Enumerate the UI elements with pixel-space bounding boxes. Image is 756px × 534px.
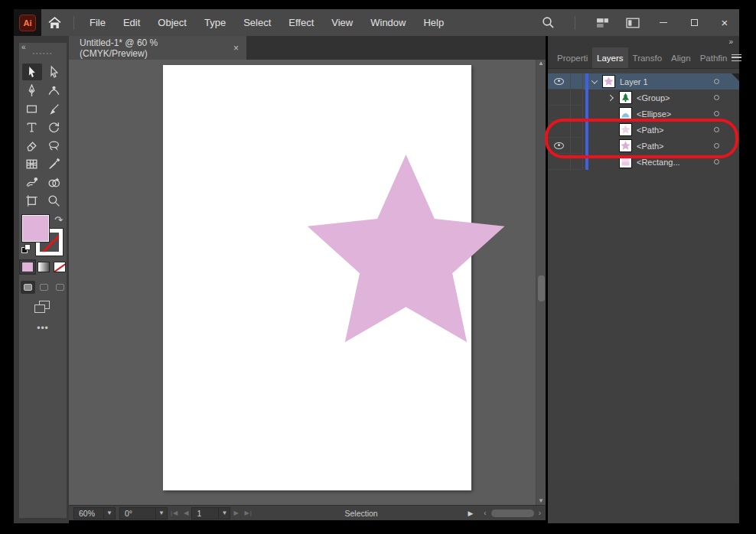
vertical-scroll-thumb[interactable] xyxy=(538,275,545,301)
star-shape[interactable] xyxy=(302,155,510,362)
layer-row[interactable]: <Ellipse> xyxy=(548,106,739,122)
document-tab-close-icon[interactable]: × xyxy=(233,43,239,54)
layer-row[interactable]: <Group> xyxy=(548,90,739,106)
collapse-toolbar-icon[interactable]: « xyxy=(21,43,26,51)
menu-effect[interactable]: Effect xyxy=(288,17,314,28)
edit-toolbar-button[interactable]: ••• xyxy=(37,323,49,334)
visibility-toggle[interactable] xyxy=(548,138,571,154)
menu-window[interactable]: Window xyxy=(370,17,406,28)
visibility-toggle[interactable] xyxy=(548,90,571,106)
lock-toggle[interactable] xyxy=(571,122,583,138)
lock-toggle[interactable] xyxy=(571,106,583,122)
layer-label[interactable]: Layer 1 xyxy=(620,77,648,86)
artboard-number[interactable]: 1 xyxy=(192,509,218,518)
paintbrush-tool[interactable] xyxy=(44,100,64,117)
zoom-tool[interactable] xyxy=(44,192,64,209)
workspace-switcher-button[interactable] xyxy=(592,14,612,32)
type-tool[interactable] xyxy=(22,119,42,135)
tab-align[interactable]: Align xyxy=(666,47,696,68)
lasso-tool[interactable] xyxy=(44,137,64,154)
fill-color-button[interactable] xyxy=(21,262,34,272)
lock-toggle[interactable] xyxy=(571,90,583,106)
layer-row[interactable]: Layer 1 xyxy=(548,73,739,90)
swap-fill-stroke-icon[interactable]: ↷ xyxy=(54,214,63,226)
next-artboard-button[interactable]: ▶ xyxy=(230,510,241,516)
eraser-tool[interactable] xyxy=(22,137,42,154)
target-circle[interactable] xyxy=(714,143,719,148)
shape-builder-tool[interactable] xyxy=(44,174,64,190)
scroll-right-icon[interactable]: › xyxy=(539,509,541,517)
menu-file[interactable]: File xyxy=(90,17,106,28)
target-circle[interactable] xyxy=(714,127,719,132)
eyedropper-tool[interactable] xyxy=(44,155,64,172)
zoom-level-value[interactable]: 60% xyxy=(74,509,103,518)
rectangle-tool[interactable] xyxy=(22,100,42,117)
lock-toggle[interactable] xyxy=(571,154,583,170)
artboard[interactable] xyxy=(163,65,471,490)
direct-selection-tool[interactable] xyxy=(44,63,64,80)
artboard-tool[interactable] xyxy=(22,192,42,209)
rotation-control[interactable]: 0° ▼ xyxy=(119,507,168,519)
layer-thumbnail[interactable] xyxy=(619,155,632,168)
pen-tool[interactable] xyxy=(22,82,42,99)
lock-toggle[interactable] xyxy=(571,73,583,90)
fill-color-swatch[interactable] xyxy=(22,215,49,242)
visibility-toggle[interactable] xyxy=(548,106,571,122)
layer-label[interactable]: <Path> xyxy=(637,142,663,151)
mesh-tool[interactable] xyxy=(22,155,42,172)
target-circle[interactable] xyxy=(714,111,719,116)
search-button[interactable] xyxy=(538,14,558,32)
maximize-button[interactable] xyxy=(684,14,704,32)
rotation-value[interactable]: 0° xyxy=(120,509,155,518)
symbol-sprayer-tool[interactable] xyxy=(22,174,42,190)
horizontal-scroll-thumb[interactable] xyxy=(491,510,534,517)
menu-object[interactable]: Object xyxy=(158,17,187,28)
visibility-toggle[interactable] xyxy=(548,154,571,170)
layer-row[interactable]: <Rectang... xyxy=(548,154,739,170)
draw-behind-button[interactable] xyxy=(37,281,51,294)
home-button[interactable] xyxy=(41,9,67,36)
draw-normal-button[interactable] xyxy=(21,281,35,294)
menu-view[interactable]: View xyxy=(331,17,353,28)
artboard-navigation-control[interactable]: 1 ▼ xyxy=(191,507,230,519)
document-tab[interactable]: Untitled-1* @ 60 % (CMYK/Preview) × xyxy=(69,36,246,60)
layer-label[interactable]: <Ellipse> xyxy=(637,109,671,119)
vertical-scrollbar[interactable]: ▲ ▼ xyxy=(536,60,546,505)
rotate-tool[interactable] xyxy=(44,119,64,135)
selection-tool[interactable] xyxy=(22,63,42,80)
menu-edit[interactable]: Edit xyxy=(123,17,140,28)
minimize-button[interactable] xyxy=(653,14,673,32)
lock-toggle[interactable] xyxy=(571,138,583,154)
rotation-dropdown-icon[interactable]: ▼ xyxy=(155,508,167,519)
scroll-up-icon[interactable]: ▲ xyxy=(538,60,544,67)
last-artboard-button[interactable]: ▶ xyxy=(242,510,255,516)
default-fill-stroke-button[interactable] xyxy=(21,244,31,254)
layer-label[interactable]: <Rectang... xyxy=(637,158,680,167)
layer-thumbnail[interactable] xyxy=(619,123,632,136)
layer-thumbnail[interactable] xyxy=(619,139,632,152)
layer-thumbnail[interactable] xyxy=(602,75,615,88)
menu-select[interactable]: Select xyxy=(243,17,271,28)
layer-thumbnail[interactable] xyxy=(619,107,632,120)
collapse-panels-icon[interactable]: » xyxy=(728,37,733,46)
layer-label[interactable]: <Group> xyxy=(637,93,670,103)
tab-layers[interactable]: Layers xyxy=(592,47,628,68)
gradient-button[interactable] xyxy=(37,262,50,272)
canvas-area[interactable]: ▲ ▼ xyxy=(69,60,546,505)
expand-chevron[interactable] xyxy=(589,80,600,84)
visibility-toggle[interactable] xyxy=(548,73,571,90)
layer-thumbnail[interactable] xyxy=(619,91,632,104)
layer-label[interactable]: <Path> xyxy=(637,125,663,135)
layer-row[interactable]: <Path> xyxy=(548,138,739,154)
tab-transfo[interactable]: Transfo xyxy=(628,47,667,68)
visibility-toggle[interactable] xyxy=(548,122,571,138)
previous-artboard-button[interactable]: ◀ xyxy=(181,510,191,516)
panel-menu-icon[interactable] xyxy=(732,54,741,61)
artboard-dropdown-icon[interactable]: ▼ xyxy=(218,508,230,519)
tab-pathfin[interactable]: Pathfin xyxy=(696,47,732,68)
close-window-button[interactable]: × xyxy=(715,14,735,32)
draw-inside-button[interactable] xyxy=(53,281,67,294)
zoom-dropdown-icon[interactable]: ▼ xyxy=(103,508,115,519)
zoom-level-control[interactable]: 60% ▼ xyxy=(73,507,116,519)
menu-help[interactable]: Help xyxy=(423,17,444,28)
